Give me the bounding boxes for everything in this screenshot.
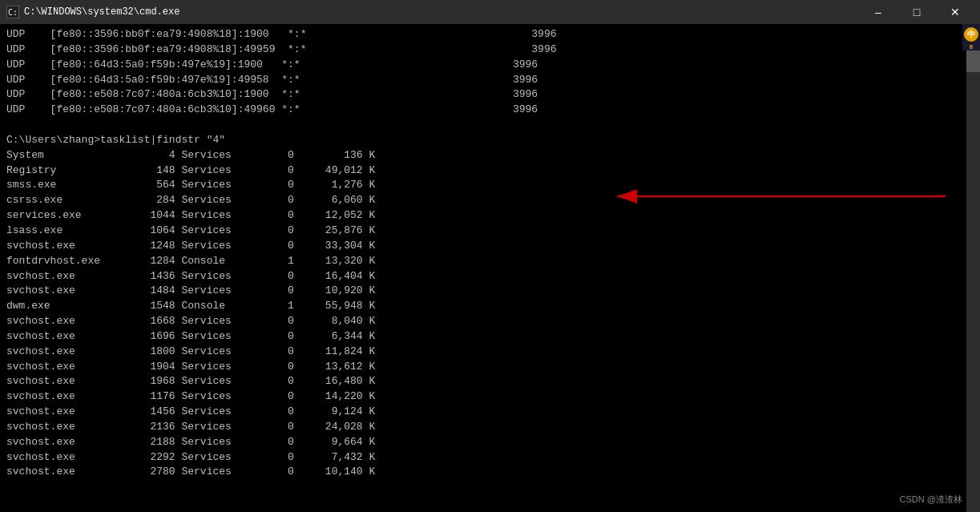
process-row: svchost.exe 1176 Services 0 14,220 K <box>6 389 960 405</box>
process-row: svchost.exe 1436 Services 0 16,404 K <box>6 269 960 284</box>
terminal[interactable]: UDP [fe80::3596:bb0f:ea79:4908%18]:1900 … <box>0 24 966 512</box>
process-row: csrss.exe 284 Services 0 6,060 K <box>6 193 960 208</box>
udp-line-1: UDP [fe80::3596:bb0f:ea79:4908%18]:1900 … <box>6 27 960 42</box>
process-row: svchost.exe 2136 Services 0 24,028 K <box>6 420 960 435</box>
process-row: lsass.exe 1064 Services 0 25,876 K <box>6 224 960 239</box>
udp-line-4: UDP [fe80::64d3:5a0:f59b:497e%19]:49958 … <box>6 73 960 88</box>
process-row: svchost.exe 2188 Services 0 9,664 K <box>6 435 960 450</box>
prompt-line: C:\Users\zhang>tasklist|findstr "4" <box>6 133 960 148</box>
title-bar: C:\ C:\WINDOWS\system32\cmd.exe – □ ✕ <box>0 0 980 24</box>
cmd-window: C:\ C:\WINDOWS\system32\cmd.exe – □ ✕ UD… <box>0 0 980 512</box>
process-row: svchost.exe 1484 Services 0 10,920 K <box>6 284 960 299</box>
process-row: svchost.exe 1248 Services 0 33,304 K <box>6 239 960 254</box>
window-content: UDP [fe80::3596:bb0f:ea79:4908%18]:1900 … <box>0 24 980 512</box>
blank-line <box>6 118 960 133</box>
process-row: System 4 Services 0 136 K <box>6 148 960 163</box>
udp-line-3: UDP [fe80::64d3:5a0:f59b:497e%19]:1900 *… <box>6 58 960 73</box>
process-row: svchost.exe 1456 Services 0 9,124 K <box>6 405 960 420</box>
process-row: smss.exe 564 Services 0 1,276 K <box>6 178 960 193</box>
process-row: svchost.exe 2292 Services 0 7,432 K <box>6 450 960 466</box>
process-row: svchost.exe 1668 Services 0 8,040 K <box>6 314 960 329</box>
process-row: fontdrvhost.exe 1284 Console 1 13,320 K <box>6 254 960 269</box>
udp-line-2: UDP [fe80::3596:bb0f:ea79:4908%18]:49959… <box>6 42 960 58</box>
udp-line-6: UDP [fe80::e508:7c07:480a:6cb3%10]:49960… <box>6 103 960 118</box>
title-bar-controls: – □ ✕ <box>860 0 974 24</box>
process-row: svchost.exe 1696 Services 0 6,344 K <box>6 329 960 345</box>
close-button[interactable]: ✕ <box>937 0 974 24</box>
udp-line-5: UDP [fe80::e508:7c07:480a:6cb3%10]:1900 … <box>6 87 960 103</box>
avatar-area: 中 8 <box>962 24 980 50</box>
avatar: 中 <box>964 27 978 42</box>
title-text: C:\WINDOWS\system32\cmd.exe <box>24 6 179 18</box>
scrollbar[interactable] <box>966 24 980 512</box>
process-row: svchost.exe 2780 Services 0 10,140 K <box>6 465 960 480</box>
process-row: svchost.exe 1904 Services 0 13,612 K <box>6 360 960 375</box>
svg-text:C:\: C:\ <box>8 8 18 17</box>
process-row: dwm.exe 1548 Console 1 55,948 K <box>6 299 960 314</box>
csdn-badge: CSDN @渣渣林 <box>900 494 962 506</box>
minimize-button[interactable]: – <box>860 0 897 24</box>
process-list: System 4 Services 0 136 KRegistry 148 Se… <box>6 148 960 481</box>
avatar-number: 8 <box>970 43 974 50</box>
process-row: svchost.exe 1800 Services 0 11,824 K <box>6 345 960 360</box>
title-bar-left: C:\ C:\WINDOWS\system32\cmd.exe <box>6 6 179 18</box>
cmd-icon: C:\ <box>6 6 19 18</box>
process-row: svchost.exe 1968 Services 0 16,480 K <box>6 374 960 389</box>
process-row: services.exe 1044 Services 0 12,052 K <box>6 208 960 224</box>
maximize-button[interactable]: □ <box>898 0 935 24</box>
process-row: Registry 148 Services 0 49,012 K <box>6 163 960 179</box>
